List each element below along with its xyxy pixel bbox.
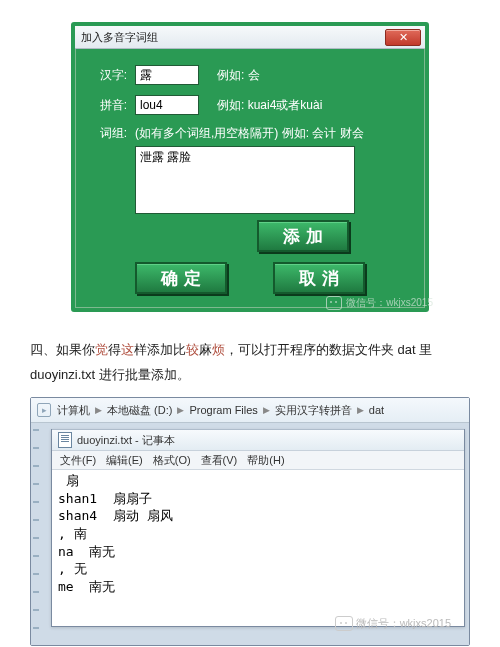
polyphonic-dialog: 加入多音字词组 ✕ 汉字: 例如: 会 拼音: 例如: kuai4或者kuài … bbox=[71, 22, 429, 312]
add-button[interactable]: 添加 bbox=[257, 220, 349, 252]
crumb[interactable]: 本地磁盘 (D:) bbox=[107, 403, 172, 418]
ok-button[interactable]: 确定 bbox=[135, 262, 227, 294]
dialog-body: 汉字: 例如: 会 拼音: 例如: kuai4或者kuài 词组: (如有多个词… bbox=[75, 49, 425, 308]
folder-icon: ▸ bbox=[37, 403, 51, 417]
chevron-right-icon: ▶ bbox=[263, 405, 270, 415]
menu-view[interactable]: 查看(V) bbox=[201, 453, 238, 468]
notepad-icon bbox=[58, 432, 72, 448]
cizu-row: 词组: (如有多个词组,用空格隔开) 例如: 会计 财会 bbox=[91, 125, 409, 142]
watermark: 微信号：wkjxs2015 bbox=[326, 296, 433, 310]
menu-file[interactable]: 文件(F) bbox=[60, 453, 96, 468]
menu-format[interactable]: 格式(O) bbox=[153, 453, 191, 468]
pinyin-row: 拼音: 例如: kuai4或者kuài bbox=[91, 95, 409, 115]
notepad-menubar: 文件(F) 编辑(E) 格式(O) 查看(V) 帮助(H) bbox=[52, 451, 464, 470]
cizu-label: 词组: bbox=[91, 125, 127, 142]
crumb[interactable]: dat bbox=[369, 404, 384, 416]
hanzi-hint: 例如: 会 bbox=[217, 67, 260, 84]
hanzi-label: 汉字: bbox=[91, 67, 127, 84]
explorer-content: duoyinzi.txt - 记事本 文件(F) 编辑(E) 格式(O) 查看(… bbox=[31, 423, 469, 645]
cancel-button[interactable]: 取消 bbox=[273, 262, 365, 294]
explorer-window: ▸ 计算机 ▶ 本地磁盘 (D:) ▶ Program Files ▶ 实用汉字… bbox=[30, 397, 470, 646]
close-icon: ✕ bbox=[399, 31, 408, 44]
hanzi-input[interactable] bbox=[135, 65, 199, 85]
crumb[interactable]: 计算机 bbox=[57, 403, 90, 418]
pinyin-input[interactable] bbox=[135, 95, 199, 115]
cizu-hint: (如有多个词组,用空格隔开) 例如: 会计 财会 bbox=[135, 125, 364, 142]
dialog-titlebar: 加入多音字词组 ✕ bbox=[75, 26, 425, 49]
chevron-right-icon: ▶ bbox=[95, 405, 102, 415]
notepad-content[interactable]: 扇 shan1 扇扇子 shan4 扇动 扇风 , 南 na 南无 , 无 me… bbox=[52, 470, 464, 626]
file-list-strip bbox=[33, 429, 39, 639]
notepad-window: duoyinzi.txt - 记事本 文件(F) 编辑(E) 格式(O) 查看(… bbox=[51, 429, 465, 627]
chevron-right-icon: ▶ bbox=[177, 405, 184, 415]
crumb[interactable]: 实用汉字转拼音 bbox=[275, 403, 352, 418]
menu-edit[interactable]: 编辑(E) bbox=[106, 453, 143, 468]
breadcrumb: ▸ 计算机 ▶ 本地磁盘 (D:) ▶ Program Files ▶ 实用汉字… bbox=[31, 398, 469, 423]
instruction-paragraph: 四、如果你觉得这样添加比较麻烦，可以打开程序的数据文件夹 dat 里 duoyi… bbox=[30, 338, 470, 387]
notepad-title: duoyinzi.txt - 记事本 bbox=[77, 433, 175, 448]
hanzi-row: 汉字: 例如: 会 bbox=[91, 65, 409, 85]
cizu-textarea[interactable] bbox=[135, 146, 355, 214]
menu-help[interactable]: 帮助(H) bbox=[247, 453, 284, 468]
notepad-titlebar: duoyinzi.txt - 记事本 bbox=[52, 429, 464, 451]
pinyin-hint: 例如: kuai4或者kuài bbox=[217, 97, 322, 114]
close-button[interactable]: ✕ bbox=[385, 29, 421, 46]
pinyin-label: 拼音: bbox=[91, 97, 127, 114]
dialog-title: 加入多音字词组 bbox=[81, 30, 158, 45]
chevron-right-icon: ▶ bbox=[357, 405, 364, 415]
wechat-icon bbox=[326, 296, 342, 310]
crumb[interactable]: Program Files bbox=[189, 404, 257, 416]
